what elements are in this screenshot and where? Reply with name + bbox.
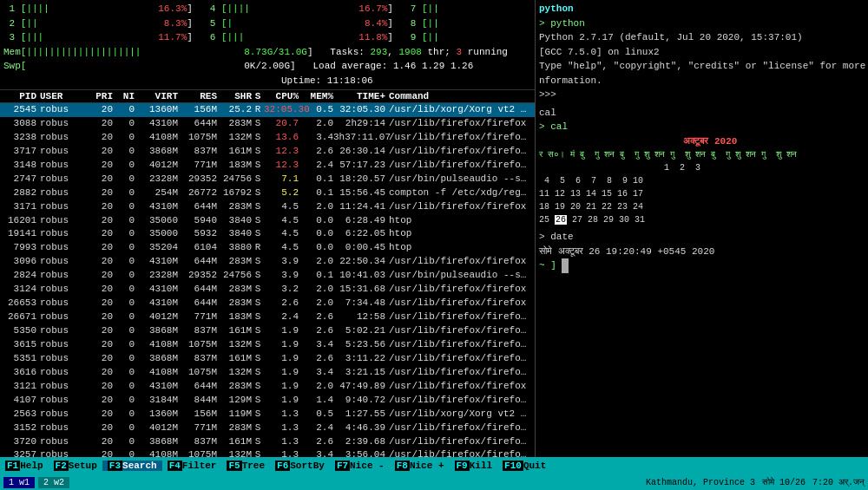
rp-final-prompt: ~ ]: [539, 258, 865, 273]
rp-cal-w2: 4 5 6 7 8 9 10: [539, 174, 865, 187]
cal-today: 26: [555, 215, 567, 225]
cpu1-label: 1: [3, 2, 21, 16]
taskbar-workspaces: 1 w1 2 w2: [3, 477, 69, 488]
f9-kill-btn[interactable]: F9Kill: [450, 461, 498, 471]
cpu-stat-row-3: 3 [||| 11.7%] 6 [||| 11.8%] 9 [|| 5.9%] …: [3, 30, 531, 45]
rp-py-version: Python 2.7.17 (default, Jul 20 2020, 15:…: [539, 30, 865, 45]
main-content: 1 [|||| 16.3%] 4 [|||| 16.7%] 7 [|| 6.6%…: [0, 0, 868, 457]
table-row[interactable]: 3171 robus 20 0 4310M 644M 283M S 4.5 2.…: [0, 200, 535, 214]
f5-tree-btn[interactable]: F5Tree: [221, 461, 270, 471]
rp-title: python: [539, 2, 865, 16]
f2-setup-btn[interactable]: F2Setup: [49, 461, 102, 471]
table-row[interactable]: 2882 robus 20 0 254M 26772 16792 S 5.2 0…: [0, 186, 535, 200]
table-row[interactable]: 3148 robus 20 0 4012M 771M 183M S 12.3 2…: [0, 159, 535, 173]
table-row[interactable]: 7993 robus 20 0 35204 6104 3880 R 4.5 0.…: [0, 241, 535, 255]
right-panel: python > python Python 2.7.17 (default, …: [536, 0, 868, 457]
f8-nice-plus-btn[interactable]: F8Nice +: [390, 461, 450, 471]
table-row[interactable]: 2563 robus 20 0 1360M 156M 119M S 1.3 0.…: [0, 408, 535, 421]
table-row[interactable]: 5351 robus 20 0 3868M 837M 161M S 1.9 2.…: [0, 352, 535, 366]
swap-stat: Swp[ 0K/2.00G] Load average: 1.46 1.29 1…: [3, 59, 531, 74]
table-row[interactable]: 3152 robus 20 0 4012M 771M 283M S 1.3 2.…: [0, 421, 535, 435]
rp-cal-w5: 25 26 27 28 29 30 31: [539, 213, 865, 226]
table-row[interactable]: 26653 robus 20 0 4310M 644M 283M S 2.6 2…: [0, 297, 535, 310]
table-row[interactable]: 16201 robus 20 0 35060 5940 3840 S 4.5 0…: [0, 214, 535, 228]
table-row[interactable]: 3257 robus 20 0 4108M 1075M 132M S 1.3 3…: [0, 448, 535, 457]
table-row[interactable]: 3717 robus 20 0 3868M 837M 161M S 12.3 2…: [0, 145, 535, 159]
table-row[interactable]: 3124 robus 20 0 4310M 644M 283M S 3.2 2.…: [0, 283, 535, 297]
rp-cal-label: cal: [539, 106, 865, 121]
rp-date-output: सोमे अक्टूबर 26 19:20:49 +0545 2020: [539, 245, 865, 259]
f3-search-btn[interactable]: F3Search: [102, 461, 162, 471]
table-header: PID USER PRI NI VIRT RES SHR S CPU% MEM%…: [0, 90, 535, 103]
workspace-2[interactable]: 2 w2: [38, 477, 69, 488]
f4-filter-btn[interactable]: F4Filter: [162, 461, 222, 471]
rp-repl: >>>: [539, 88, 865, 102]
table-row[interactable]: 5350 robus 20 0 3868M 837M 161M S 1.9 2.…: [0, 324, 535, 338]
process-table[interactable]: PID USER PRI NI VIRT RES SHR S CPU% MEM%…: [0, 90, 535, 457]
taskbar: 1 w1 2 w2 Kathmandu, Province 3 सोमे 10/…: [0, 474, 868, 490]
table-row[interactable]: 3616 robus 20 0 4108M 1075M 132M S 1.9 3…: [0, 366, 535, 380]
f7-nice-minus-btn[interactable]: F7Nice -: [330, 461, 390, 471]
taskbar-nepali-date: सोमे 10/26: [762, 478, 806, 487]
taskbar-time: 7:20 अर्.जन्: [812, 478, 865, 487]
table-row[interactable]: 2545 robus 20 0 1360M 156M 25.2 R 32:05.…: [0, 103, 535, 117]
table-row[interactable]: 3121 robus 20 0 4310M 644M 283M S 1.9 2.…: [0, 380, 535, 394]
workspace-1[interactable]: 1 w1: [3, 477, 35, 488]
table-row[interactable]: 2824 robus 20 0 2328M 29352 24756 S 3.9 …: [0, 269, 535, 283]
table-row[interactable]: 3615 robus 20 0 4108M 1075M 132M S 1.9 3…: [0, 338, 535, 352]
rp-py-help: Type "help", "copyright", "credits" or "…: [539, 59, 865, 74]
f10-quit-btn[interactable]: F10Quit: [497, 461, 551, 471]
rp-date-prompt: > cal: [539, 120, 865, 134]
table-row[interactable]: 3088 robus 20 0 4310M 644M 283M S 20.7 2…: [0, 117, 535, 131]
top-stats: 1 [|||| 16.3%] 4 [|||| 16.7%] 7 [|| 6.6%…: [0, 0, 535, 90]
rp-cal-w4: 18 19 20 21 22 23 24: [539, 200, 865, 213]
cpu-stat-row-2: 2 [|| 8.3%] 5 [| 8.4%] 8 [|| 9.0%] 11 [|…: [3, 16, 531, 31]
cpu-stat-row-1: 1 [|||| 16.3%] 4 [|||| 16.7%] 7 [|| 6.6%…: [3, 2, 531, 16]
table-row[interactable]: 19141 robus 20 0 35000 5932 3840 S 4.5 0…: [0, 227, 535, 241]
table-row[interactable]: 3720 robus 20 0 3868M 837M 161M S 1.3 2.…: [0, 435, 535, 449]
rp-py-gcc: [GCC 7.5.0] on linux2: [539, 45, 865, 60]
taskbar-info: Kathmandu, Province 3 सोमे 10/26 7:20 अर…: [646, 478, 865, 487]
f1-help-btn[interactable]: F1Help: [0, 461, 49, 471]
bottom-function-bar: F1Help F2Setup F3Search F4Filter F5Tree …: [0, 457, 868, 474]
left-panel: 1 [|||| 16.3%] 4 [|||| 16.7%] 7 [|| 6.6%…: [0, 0, 536, 457]
rp-py-info: nformation.: [539, 74, 865, 88]
rp-cal-w3: 11 12 13 14 15 16 17: [539, 187, 865, 200]
f6-sortby-btn[interactable]: F6SortBy: [270, 461, 330, 471]
taskbar-location: Kathmandu, Province 3: [646, 478, 755, 487]
uptime-stat: Uptime: 11:18:06: [3, 74, 531, 88]
rp-cal-days: र स०। मं बु गु शन बु गु शु शन गु शु शन ब…: [539, 148, 865, 161]
table-row[interactable]: 26671 robus 20 0 4012M 771M 183M S 2.4 2…: [0, 310, 535, 324]
rp-cal-w1: 1 2 3: [539, 161, 865, 174]
rp-date-label: > date: [539, 230, 865, 245]
rp-prompt-python: > python: [539, 16, 865, 31]
mem-stat: Mem[|||||||||||||||||||| 8.73G/31.0G] Ta…: [3, 45, 531, 60]
table-row[interactable]: 4107 robus 20 0 3184M 844M 129M S 1.9 1.…: [0, 394, 535, 408]
rp-cal-header: अक्टूबर 2020: [539, 134, 865, 149]
table-row[interactable]: 2747 robus 20 0 2328M 29352 24756 S 7.1 …: [0, 173, 535, 186]
table-row[interactable]: 3096 robus 20 0 4310M 644M 283M S 3.9 2.…: [0, 255, 535, 269]
table-row[interactable]: 3238 robus 20 0 4108M 1075M 132M S 13.6 …: [0, 131, 535, 145]
